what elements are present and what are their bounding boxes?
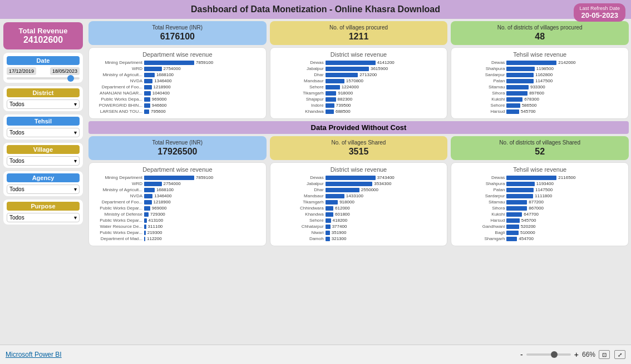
free-villages-title: No. of villages Shared	[273, 139, 445, 146]
date-to: 18/05/2023	[50, 67, 80, 75]
date-slider[interactable]	[7, 77, 80, 79]
free-districts-title: No. of districts of villages Shared	[454, 139, 625, 146]
bar-row: Jabalpur3534300	[274, 181, 444, 186]
village-dropdown[interactable]: Todos ▾	[7, 156, 80, 166]
date-slider-thumb[interactable]	[67, 75, 74, 82]
bar-row: POWERGRID BHIN...946600	[92, 103, 263, 108]
bar-value: 1346400	[154, 78, 171, 83]
bar-value: 918000	[339, 200, 354, 205]
bar-row: Dhar2713200	[274, 72, 444, 77]
paid-districts-value: 48	[454, 32, 625, 42]
bar-value: 612000	[335, 206, 350, 211]
bar-row: Dhar2550000	[274, 187, 444, 192]
bar-label: Dewas	[455, 60, 505, 65]
bar-row: Harsud545700	[455, 109, 625, 114]
bar-label: Mandsaur	[274, 193, 324, 198]
bar-label: Dewas	[274, 175, 324, 180]
zoom-slider[interactable]	[526, 353, 571, 356]
bar-fill	[506, 73, 534, 77]
window-icon-1[interactable]: ⊡	[599, 350, 610, 359]
bar-label: Mining Department	[92, 60, 142, 65]
bar-value: 2754000	[164, 66, 181, 71]
zoom-slider-thumb[interactable]	[551, 351, 558, 358]
bar-row: Kukshi678300	[455, 97, 625, 102]
main-content: Total Revenue (INR) 6176100 No. of villa…	[86, 19, 631, 345]
bar-fill	[506, 176, 556, 180]
bar-fill	[506, 103, 520, 108]
paid-villages-title: No. of villages procured	[273, 24, 445, 31]
bar-label: Department of Foo...	[92, 200, 142, 205]
bar-fill	[506, 91, 528, 96]
bar-fill	[144, 67, 162, 71]
content-area: Total Revenue 24102600 Date 17/12/2019 1…	[0, 19, 631, 345]
paid-revenue-card: Total Revenue (INR) 6176100	[88, 21, 267, 45]
bar-value: 377400	[332, 224, 347, 229]
bar-row: Shahpura1193400	[455, 181, 625, 186]
bar-row: Patan1147500	[455, 187, 625, 192]
bar-row: Gandhwani520200	[455, 224, 625, 229]
bar-label: Shamgarh	[455, 236, 505, 241]
bar-fill	[144, 200, 152, 205]
free-villages-value: 3515	[273, 147, 445, 157]
bar-row: Sehore418200	[274, 218, 444, 223]
bar-fill	[326, 212, 333, 217]
bar-label: Chhindwara	[274, 206, 324, 211]
bar-label: Khandwa	[274, 109, 324, 114]
bar-fill	[326, 73, 358, 77]
dashboard-container: Dashboard of Data Monetization - Online …	[0, 0, 631, 345]
bar-row: Sardarpur1162800	[455, 72, 625, 77]
paid-summary-row: Total Revenue (INR) 6176100 No. of villa…	[88, 21, 629, 45]
bar-value: 2713200	[359, 72, 377, 77]
bar-value: 969000	[152, 206, 167, 211]
paid-revenue-title: Total Revenue (INR)	[92, 24, 263, 31]
paid-district-bars: Dewas4141200Jabalpur3615900Dhar2713200Ma…	[274, 60, 444, 114]
bar-value: 4141200	[377, 60, 395, 65]
bar-row: Harsud545700	[455, 218, 625, 223]
bar-row: Sardarpur1111800	[455, 193, 625, 198]
bar-row: Tikamgarh918000	[274, 91, 444, 96]
bar-row: Dewas3743400	[274, 175, 444, 180]
paid-villages-value: 1211	[273, 32, 445, 42]
bar-fill	[506, 206, 527, 211]
paid-tehsil-bars: Dewas2142000Shahpura1198500Sardarpur1162…	[455, 60, 625, 114]
free-district-chart: District wise revenue Dewas3743400Jabalp…	[270, 162, 448, 246]
free-tehsil-chart-title: Tehsil wise revenue	[455, 166, 625, 173]
zoom-plus-button[interactable]: +	[574, 350, 579, 359]
purpose-dropdown[interactable]: Todos ▾	[7, 213, 80, 222]
agency-dropdown[interactable]: Todos ▾	[7, 185, 80, 194]
free-villages-card: No. of villages Shared 3515	[270, 136, 448, 160]
chevron-down-icon: ▾	[74, 129, 77, 136]
bar-label: Gandhwani	[455, 224, 505, 229]
chevron-down-icon: ▾	[74, 158, 77, 164]
tehsil-dropdown[interactable]: Todos ▾	[7, 128, 80, 137]
bar-fill	[506, 200, 527, 205]
free-revenue-value: 17926500	[92, 147, 263, 157]
free-charts-row: Department wise revenue Mining Departmen…	[88, 162, 629, 246]
bar-label: Dhar	[274, 72, 324, 77]
zoom-controls: - + 66% ⊡ ⤢	[520, 350, 625, 359]
total-revenue-value: 24102600	[8, 35, 78, 45]
bar-value: 1111800	[535, 193, 552, 198]
bar-row: Sihora897600	[455, 91, 625, 96]
paid-charts-row: Department wise revenue Mining Departmen…	[88, 47, 629, 119]
paid-districts-title: No. of districts of villages procured	[454, 24, 625, 31]
bar-fill	[326, 85, 340, 89]
bar-fill	[144, 61, 194, 65]
free-district-bars: Dewas3743400Jabalpur3534300Dhar2550000Ma…	[274, 175, 444, 241]
district-dropdown[interactable]: Todos ▾	[7, 99, 80, 109]
powerbi-link[interactable]: Microsoft Power BI	[6, 351, 62, 358]
tehsil-filter-title: Tehsil	[7, 117, 80, 126]
window-icon-2[interactable]: ⤢	[614, 350, 625, 359]
bar-label: Niwari	[274, 230, 324, 235]
bar-row: Dewas2142000	[455, 60, 625, 65]
free-tehsil-bars: Dewas2116500Shahpura1193400Patan1147500S…	[455, 175, 625, 241]
bar-fill	[506, 97, 522, 102]
bar-row: NVDA1346400	[92, 78, 263, 83]
paid-section: Total Revenue (INR) 6176100 No. of villa…	[88, 21, 629, 119]
bar-row: WRD2754000	[92, 66, 263, 71]
bar-fill	[326, 200, 338, 205]
bar-value: 219300	[147, 230, 162, 235]
zoom-minus-button[interactable]: -	[520, 350, 523, 359]
bar-label: Shahpura	[455, 66, 505, 71]
bar-fill	[326, 231, 330, 235]
